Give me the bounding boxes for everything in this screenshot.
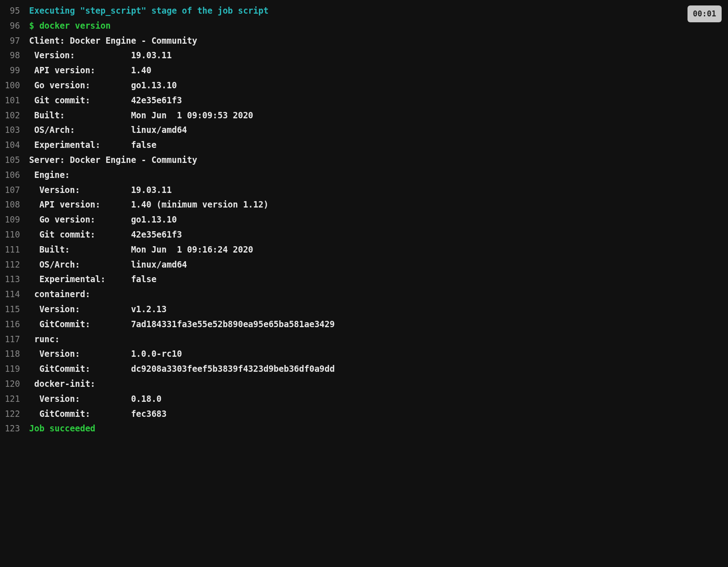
line-content: GitCommit: 7ad184331fa3e55e52b890ea95e65… xyxy=(29,317,728,332)
line-number[interactable]: 101 xyxy=(0,93,29,108)
log-line[interactable]: 112 OS/Arch: linux/amd64 xyxy=(0,258,728,273)
line-number[interactable]: 112 xyxy=(0,258,29,273)
line-number[interactable]: 98 xyxy=(0,48,29,63)
line-number[interactable]: 100 xyxy=(0,78,29,93)
log-line[interactable]: 95Executing "step_script" stage of the j… xyxy=(0,4,728,19)
line-content: Client: Docker Engine - Community xyxy=(29,34,728,49)
line-content: containerd: xyxy=(29,287,728,302)
line-content: Experimental: false xyxy=(29,272,728,287)
line-content: Experimental: false xyxy=(29,138,728,153)
line-content: runc: xyxy=(29,332,728,347)
line-content: Version: 0.18.0 xyxy=(29,392,728,407)
line-content: Version: 1.0.0-rc10 xyxy=(29,347,728,362)
log-line[interactable]: 118 Version: 1.0.0-rc10 xyxy=(0,347,728,362)
log-line[interactable]: 106 Engine: xyxy=(0,168,728,183)
log-line[interactable]: 100 Go version: go1.13.10 xyxy=(0,78,728,93)
log-line[interactable]: 109 Go version: go1.13.10 xyxy=(0,213,728,228)
log-line[interactable]: 102 Built: Mon Jun 1 09:09:53 2020 xyxy=(0,108,728,123)
line-content: Job succeeded xyxy=(29,421,728,436)
line-content: Executing "step_script" stage of the job… xyxy=(29,4,728,19)
log-line[interactable]: 99 API version: 1.40 xyxy=(0,63,728,78)
log-line[interactable]: 115 Version: v1.2.13 xyxy=(0,302,728,317)
line-content: Version: v1.2.13 xyxy=(29,302,728,317)
line-content: Version: 19.03.11 xyxy=(29,48,728,63)
log-line[interactable]: 105Server: Docker Engine - Community xyxy=(0,153,728,168)
line-content: Version: 19.03.11 xyxy=(29,183,728,198)
line-number[interactable]: 103 xyxy=(0,123,29,138)
line-number[interactable]: 115 xyxy=(0,302,29,317)
line-number[interactable]: 111 xyxy=(0,243,29,258)
log-line[interactable]: 110 Git commit: 42e35e61f3 xyxy=(0,228,728,243)
line-content: API version: 1.40 (minimum version 1.12) xyxy=(29,197,728,213)
log-line[interactable]: 101 Git commit: 42e35e61f3 xyxy=(0,93,728,108)
line-number[interactable]: 97 xyxy=(0,34,29,49)
line-content: Engine: xyxy=(29,168,728,183)
log-line[interactable]: 119 GitCommit: dc9208a3303feef5b3839f432… xyxy=(0,362,728,377)
line-number[interactable]: 119 xyxy=(0,362,29,377)
log-line[interactable]: 97Client: Docker Engine - Community xyxy=(0,34,728,49)
line-number[interactable]: 122 xyxy=(0,407,29,422)
log-line[interactable]: 121 Version: 0.18.0 xyxy=(0,392,728,407)
line-number[interactable]: 99 xyxy=(0,63,29,78)
line-number[interactable]: 116 xyxy=(0,317,29,332)
job-log-output: 00:01 95Executing "step_script" stage of… xyxy=(0,4,728,436)
log-line[interactable]: 104 Experimental: false xyxy=(0,138,728,153)
line-number[interactable]: 118 xyxy=(0,347,29,362)
line-content: API version: 1.40 xyxy=(29,63,728,78)
log-line[interactable]: 113 Experimental: false xyxy=(0,272,728,287)
line-number[interactable]: 102 xyxy=(0,108,29,123)
log-line[interactable]: 108 API version: 1.40 (minimum version 1… xyxy=(0,197,728,213)
log-line[interactable]: 114 containerd: xyxy=(0,287,728,302)
line-number[interactable]: 114 xyxy=(0,287,29,302)
line-content: docker-init: xyxy=(29,377,728,392)
line-content: Git commit: 42e35e61f3 xyxy=(29,228,728,243)
log-line[interactable]: 111 Built: Mon Jun 1 09:16:24 2020 xyxy=(0,243,728,258)
log-line[interactable]: 122 GitCommit: fec3683 xyxy=(0,407,728,422)
line-content: GitCommit: fec3683 xyxy=(29,407,728,422)
line-number[interactable]: 110 xyxy=(0,228,29,243)
line-content: Git commit: 42e35e61f3 xyxy=(29,93,728,108)
log-line[interactable]: 116 GitCommit: 7ad184331fa3e55e52b890ea9… xyxy=(0,317,728,332)
line-content: OS/Arch: linux/amd64 xyxy=(29,123,728,138)
log-line[interactable]: 107 Version: 19.03.11 xyxy=(0,183,728,198)
log-line[interactable]: 98 Version: 19.03.11 xyxy=(0,48,728,63)
line-number[interactable]: 108 xyxy=(0,197,29,213)
line-number[interactable]: 117 xyxy=(0,332,29,347)
line-number[interactable]: 109 xyxy=(0,213,29,228)
log-line[interactable]: 123Job succeeded xyxy=(0,421,728,436)
line-content: GitCommit: dc9208a3303feef5b3839f4323d9b… xyxy=(29,362,728,377)
line-number[interactable]: 121 xyxy=(0,392,29,407)
line-number[interactable]: 123 xyxy=(0,421,29,436)
line-content: $ docker version xyxy=(29,19,728,34)
line-content: OS/Arch: linux/amd64 xyxy=(29,258,728,273)
line-number[interactable]: 106 xyxy=(0,168,29,183)
log-line[interactable]: 103 OS/Arch: linux/amd64 xyxy=(0,123,728,138)
line-content: Built: Mon Jun 1 09:16:24 2020 xyxy=(29,243,728,258)
log-line[interactable]: 120 docker-init: xyxy=(0,377,728,392)
line-content: Go version: go1.13.10 xyxy=(29,213,728,228)
line-number[interactable]: 95 xyxy=(0,4,29,19)
line-content: Built: Mon Jun 1 09:09:53 2020 xyxy=(29,108,728,123)
line-number[interactable]: 113 xyxy=(0,272,29,287)
line-number[interactable]: 104 xyxy=(0,138,29,153)
log-line[interactable]: 117 runc: xyxy=(0,332,728,347)
line-number[interactable]: 120 xyxy=(0,377,29,392)
line-number[interactable]: 96 xyxy=(0,19,29,34)
line-content: Go version: go1.13.10 xyxy=(29,78,728,93)
line-number[interactable]: 107 xyxy=(0,183,29,198)
line-number[interactable]: 105 xyxy=(0,153,29,168)
log-line[interactable]: 96$ docker version xyxy=(0,19,728,34)
line-content: Server: Docker Engine - Community xyxy=(29,153,728,168)
